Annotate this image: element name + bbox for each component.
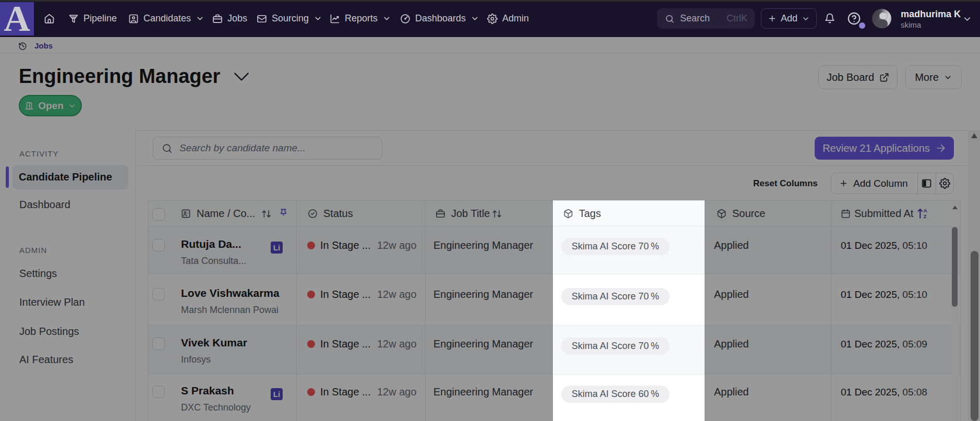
svg-text:A: A	[924, 208, 927, 213]
svg-text:Z: Z	[924, 213, 927, 219]
